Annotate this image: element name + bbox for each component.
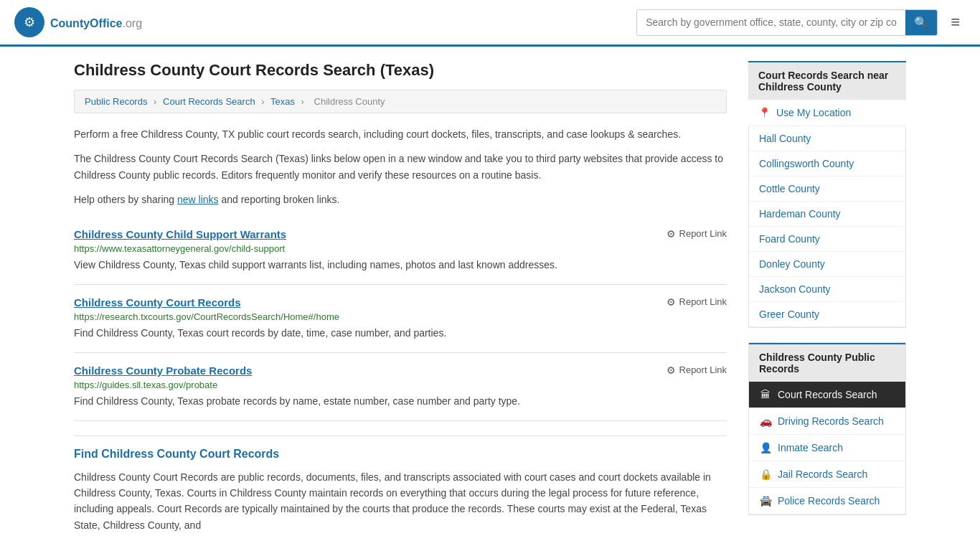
- sidebar-county-item: Hardeman County: [749, 202, 905, 227]
- find-section-title: Find Childress County Court Records: [74, 448, 727, 461]
- public-record-icon: 🔒: [759, 468, 772, 480]
- public-records-item[interactable]: 🔒 Jail Records Search: [749, 461, 905, 488]
- county-link[interactable]: Cottle County: [759, 183, 820, 194]
- breadcrumb-county: Childress County: [314, 96, 385, 107]
- public-record-icon: 🏛: [759, 389, 772, 400]
- public-record-link[interactable]: Court Records Search: [778, 389, 877, 400]
- public-record-icon: 🚗: [759, 415, 772, 427]
- main-container: Childress County Court Records Search (T…: [60, 47, 920, 551]
- logo-text: CountyOffice.org: [50, 14, 142, 31]
- record-title[interactable]: Childress County Court Records: [74, 296, 241, 309]
- report-link[interactable]: ⚙ Report Link: [666, 228, 727, 240]
- record-url: https://guides.sll.texas.gov/probate: [74, 380, 727, 390]
- new-links[interactable]: new links: [177, 194, 219, 205]
- record-header: Childress County Court Records ⚙ Report …: [74, 296, 727, 309]
- public-record-link[interactable]: Driving Records Search: [778, 415, 884, 427]
- sidebar-county-item: Hall County: [749, 126, 905, 151]
- public-record-link[interactable]: Police Records Search: [778, 495, 880, 507]
- records-container: Childress County Child Support Warrants …: [74, 217, 727, 421]
- public-records-item[interactable]: 👤 Inmate Search: [749, 435, 905, 461]
- report-label: Report Link: [679, 296, 727, 307]
- county-link[interactable]: Donley County: [759, 258, 825, 270]
- record-url: https://research.txcourts.gov/CourtRecor…: [74, 311, 727, 322]
- nearby-title: Court Records Search near Childress Coun…: [748, 61, 906, 100]
- breadcrumb-public-records[interactable]: Public Records: [85, 96, 147, 107]
- sidebar-county-item: Cottle County: [749, 176, 905, 202]
- record-desc: Find Childress County, Texas probate rec…: [74, 394, 727, 409]
- report-icon: ⚙: [666, 228, 676, 240]
- header-right: 🔍 ≡: [636, 9, 966, 36]
- location-pin-icon: 📍: [758, 107, 771, 118]
- record-item: Childress County Court Records ⚙ Report …: [74, 285, 727, 353]
- record-header: Childress County Probate Records ⚙ Repor…: [74, 364, 727, 377]
- page-title: Childress County Court Records Search (T…: [74, 61, 727, 80]
- public-records-item[interactable]: 🏛 Court Records Search: [749, 382, 905, 408]
- sidebar-county-item: Jackson County: [749, 277, 905, 302]
- logo-icon: ⚙: [14, 7, 44, 37]
- county-link[interactable]: Collingsworth County: [759, 158, 854, 169]
- record-desc: Find Childress County, Texas court recor…: [74, 326, 727, 341]
- sidebar-county-item: Foard County: [749, 227, 905, 252]
- find-section-text: Childress County Court Records are publi…: [74, 469, 727, 534]
- sidebar-county-item: Donley County: [749, 252, 905, 277]
- public-record-link[interactable]: Inmate Search: [778, 442, 843, 453]
- record-item: Childress County Child Support Warrants …: [74, 217, 727, 285]
- public-records-list: 🏛 Court Records Search 🚗 Driving Records…: [749, 382, 905, 514]
- description-3: Help others by sharing new links and rep…: [74, 192, 727, 207]
- county-link[interactable]: Greer County: [759, 309, 819, 320]
- report-label: Report Link: [679, 228, 727, 239]
- record-title[interactable]: Childress County Child Support Warrants: [74, 228, 286, 240]
- public-record-icon: 🚔: [759, 495, 772, 507]
- use-my-location-link[interactable]: Use My Location: [776, 107, 851, 118]
- record-desc: View Childress County, Texas child suppo…: [74, 258, 727, 273]
- breadcrumb-texas[interactable]: Texas: [270, 96, 295, 107]
- breadcrumb: Public Records › Court Records Search › …: [74, 90, 727, 113]
- sidebar: Court Records Search near Childress Coun…: [748, 61, 906, 545]
- public-records-box: Childress County Public Records 🏛 Court …: [748, 342, 906, 515]
- public-record-link[interactable]: Jail Records Search: [778, 468, 867, 480]
- report-link[interactable]: ⚙ Report Link: [666, 296, 727, 308]
- site-header: ⚙ CountyOffice.org 🔍 ≡: [0, 0, 980, 47]
- sidebar-county-item: Greer County: [749, 302, 905, 327]
- record-item: Childress County Probate Records ⚙ Repor…: [74, 353, 727, 421]
- report-icon: ⚙: [666, 364, 676, 376]
- county-link[interactable]: Jackson County: [759, 283, 831, 295]
- search-input[interactable]: [637, 11, 905, 34]
- county-link[interactable]: Foard County: [759, 233, 820, 245]
- record-title[interactable]: Childress County Probate Records: [74, 364, 252, 377]
- county-list: Hall CountyCollingsworth CountyCottle Co…: [748, 126, 906, 328]
- hamburger-button[interactable]: ≡: [945, 10, 966, 34]
- public-records-item[interactable]: 🚔 Police Records Search: [749, 488, 905, 514]
- description-1: Perform a free Childress County, TX publ…: [74, 126, 727, 142]
- search-bar: 🔍: [636, 9, 938, 36]
- public-records-title: Childress County Public Records: [749, 343, 905, 382]
- search-button[interactable]: 🔍: [905, 10, 937, 35]
- public-record-icon: 👤: [759, 442, 772, 453]
- record-url: https://www.texasattorneygeneral.gov/chi…: [74, 243, 727, 254]
- nearby-counties-box: Court Records Search near Childress Coun…: [748, 61, 906, 328]
- county-link[interactable]: Hall County: [759, 133, 811, 144]
- record-header: Childress County Child Support Warrants …: [74, 228, 727, 240]
- report-icon: ⚙: [666, 296, 676, 308]
- use-my-location[interactable]: 📍 Use My Location: [748, 100, 906, 126]
- sidebar-county-item: Collingsworth County: [749, 151, 905, 176]
- report-label: Report Link: [679, 364, 727, 375]
- description-2: The Childress County Court Records Searc…: [74, 151, 727, 183]
- county-link[interactable]: Hardeman County: [759, 208, 841, 220]
- logo-area: ⚙ CountyOffice.org: [14, 7, 142, 37]
- content-area: Childress County Court Records Search (T…: [74, 61, 727, 545]
- public-records-item[interactable]: 🚗 Driving Records Search: [749, 408, 905, 435]
- report-link[interactable]: ⚙ Report Link: [666, 364, 727, 376]
- breadcrumb-court-records[interactable]: Court Records Search: [163, 96, 255, 107]
- find-section: Find Childress County Court Records Chil…: [74, 435, 727, 545]
